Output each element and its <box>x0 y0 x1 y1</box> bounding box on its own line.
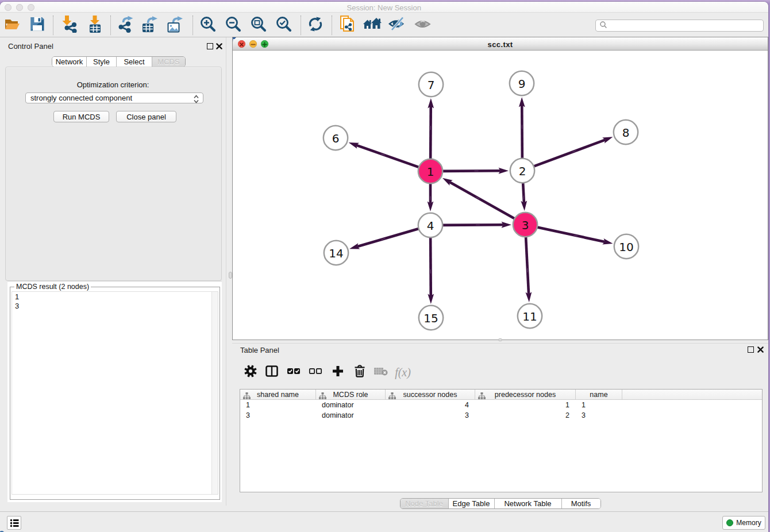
import-table-icon <box>86 16 103 35</box>
deselect-all-button[interactable] <box>308 365 323 380</box>
column-header-predecessor-nodes[interactable]: predecessor nodes <box>475 390 576 400</box>
tab-mcds[interactable]: MCDS <box>152 57 185 67</box>
desktop-background: Session: New Session <box>0 0 770 532</box>
zoom-in-icon <box>199 16 217 35</box>
edge-2-3[interactable] <box>523 182 524 203</box>
column-header-shared-name[interactable]: shared name <box>240 390 316 400</box>
search-box[interactable] <box>595 20 764 32</box>
table-close-icon[interactable] <box>757 346 764 353</box>
edge-1-6[interactable] <box>356 145 419 168</box>
memory-button[interactable]: Memory <box>722 516 765 530</box>
export-image-icon <box>166 16 184 35</box>
table-row[interactable]: 1dominator411 <box>240 400 762 410</box>
import-network-button[interactable] <box>60 16 79 34</box>
zoom-in-button[interactable] <box>198 16 218 34</box>
tab-network-table[interactable]: Network Table <box>495 499 562 508</box>
tab-node-table[interactable]: Node Table <box>401 499 449 508</box>
open-folder-icon <box>3 16 21 35</box>
result-scrollbar[interactable] <box>211 292 218 494</box>
edge-4-15[interactable] <box>430 237 431 296</box>
refresh-button[interactable] <box>306 16 325 34</box>
node-label-6: 6 <box>332 132 340 145</box>
column-header-MCDS-role[interactable]: MCDS role <box>316 390 386 400</box>
column-layout-button[interactable] <box>264 365 279 380</box>
save-session-button[interactable] <box>28 16 47 34</box>
edge-4-14[interactable] <box>357 229 419 247</box>
edge-1-2[interactable] <box>442 171 500 171</box>
edge-4-3[interactable] <box>442 225 503 225</box>
edge-2-8[interactable] <box>533 140 605 167</box>
window-titlebar[interactable]: Session: New Session <box>0 2 768 13</box>
export-network-button[interactable] <box>116 16 136 34</box>
float-panel-icon[interactable] <box>207 43 213 49</box>
column-header-name[interactable]: name <box>576 390 622 400</box>
app-window: Session: New Session <box>0 2 768 532</box>
import-table-button[interactable] <box>85 16 105 34</box>
task-history-button[interactable] <box>7 516 21 530</box>
cell-name: 3 <box>576 410 622 421</box>
edge-3-11[interactable] <box>526 236 529 294</box>
add-column-button[interactable] <box>330 365 345 380</box>
export-table-icon <box>141 16 159 35</box>
table-float-icon[interactable] <box>748 346 754 353</box>
close-panel-icon[interactable] <box>216 43 223 50</box>
run-mcds-button[interactable]: Run MCDS <box>53 111 109 122</box>
mcds-result-fieldset: MCDS result (2 nodes) 1 3 <box>10 287 220 500</box>
gear-icon <box>244 365 257 380</box>
node-label-2: 2 <box>519 164 526 178</box>
network-from-selection-button[interactable] <box>338 16 357 34</box>
hide-selected-button[interactable] <box>387 16 407 34</box>
delete-table-button <box>373 365 388 380</box>
delete-column-button[interactable] <box>352 365 367 380</box>
mcds-results-area: MCDS result (2 nodes) 1 3 <box>7 281 222 502</box>
table-panel: Table Panel f(x) shared name <box>232 343 768 511</box>
checked-boxes-icon <box>287 365 301 380</box>
edge-1-7[interactable] <box>430 106 431 160</box>
select-all-button[interactable] <box>286 365 301 380</box>
export-network-icon <box>117 16 135 35</box>
splitter-bottom-handle[interactable] <box>498 338 502 341</box>
search-icon <box>599 21 607 31</box>
tab-style[interactable]: Style <box>87 57 117 67</box>
toolbar-separator <box>53 16 53 35</box>
cell-MCDS-role: dominator <box>316 400 386 410</box>
cell-predecessor-nodes: 2 <box>475 410 576 421</box>
zoom-fit-button[interactable] <box>249 16 268 34</box>
open-session-button[interactable] <box>2 16 22 34</box>
show-all-button[interactable] <box>413 16 433 34</box>
window-title: Session: New Session <box>0 3 768 12</box>
tab-network[interactable]: Network <box>52 57 87 67</box>
zoom-selected-button[interactable] <box>274 16 294 34</box>
splitter-left-handle[interactable] <box>229 272 232 279</box>
cell-shared-name: 3 <box>240 410 316 421</box>
export-image-button[interactable] <box>165 16 185 34</box>
network-window: scc.txt 1234678910111415 <box>232 37 768 340</box>
zoom-out-button[interactable] <box>224 16 243 34</box>
table-delete-icon <box>374 366 388 379</box>
first-neighbors-button[interactable] <box>363 16 382 34</box>
optimization-criterion-select[interactable]: strongly connected component <box>25 92 203 103</box>
close-panel-button[interactable]: Close panel <box>116 111 176 122</box>
control-panel-title: Control Panel <box>8 42 53 51</box>
edge-2-9[interactable] <box>522 105 522 159</box>
edge-3-1[interactable] <box>449 182 515 219</box>
export-table-button[interactable] <box>140 16 160 34</box>
tab-motifs[interactable]: Motifs <box>562 499 600 508</box>
tab-select[interactable]: Select <box>117 57 152 67</box>
search-input[interactable] <box>607 22 763 30</box>
tab-edge-table[interactable]: Edge Table <box>449 499 495 508</box>
cell-predecessor-nodes: 1 <box>475 400 576 410</box>
node-table[interactable]: shared name MCDS role successor nodes pr… <box>240 389 763 492</box>
column-header-successor-nodes[interactable]: successor nodes <box>386 390 475 400</box>
doc-network-icon <box>339 15 356 36</box>
settings-button[interactable] <box>243 365 258 380</box>
table-row[interactable]: 3dominator323 <box>240 410 762 421</box>
cell-successor-nodes: 4 <box>386 400 475 410</box>
cell-successor-nodes: 3 <box>386 410 475 421</box>
function-builder-button: f(x) <box>395 365 410 380</box>
network-window-titlebar[interactable]: scc.txt <box>233 37 768 51</box>
mcds-result-text[interactable]: 1 3 <box>11 291 218 495</box>
edge-3-10[interactable] <box>537 227 605 242</box>
node-label-7: 7 <box>428 78 435 92</box>
network-graph-canvas[interactable]: 1234678910111415 <box>233 51 768 340</box>
